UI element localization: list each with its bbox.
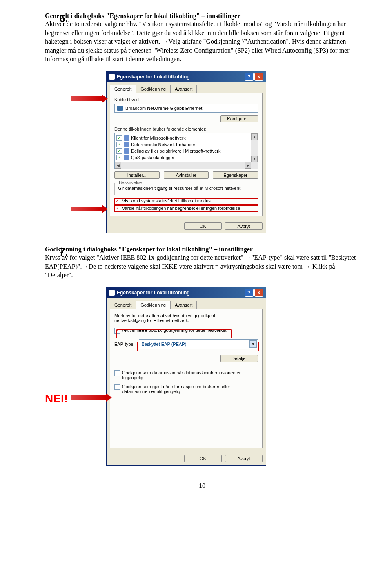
scrollbar-vertical[interactable]: ▲ ▼ <box>251 133 258 162</box>
arrow-icon <box>71 207 102 211</box>
titlebar: Egenskaper for Lokal tilkobling ? × <box>107 71 266 82</box>
close-button[interactable]: × <box>254 289 263 297</box>
tab-godkjenning[interactable]: Godkjenning <box>136 85 170 93</box>
elements-label: Denne tilkoblingen bruker følgende eleme… <box>114 127 258 131</box>
checkbox-icon[interactable]: ✓ <box>114 198 120 204</box>
screenshot-6: Egenskaper for Lokal tilkobling ? × Gene… <box>106 71 265 233</box>
page-number: 10 <box>45 482 359 489</box>
list-item[interactable]: ✓ Deterministic Network Enhancer <box>116 141 256 148</box>
nei-label: NEI! <box>45 392 68 405</box>
eap-type-value: Beskyttet EAP (PEAP) <box>142 342 187 347</box>
auth-as-computer-row[interactable]: ✓ Godkjenn som datamaskin når datamaskin… <box>114 370 258 380</box>
component-icon <box>124 148 129 154</box>
dialog-footer: OK Avbryt <box>107 451 266 465</box>
dialog-footer: OK Avbryt <box>107 219 266 233</box>
component-icon <box>124 155 129 160</box>
network-icon <box>109 290 115 296</box>
checkbox-icon[interactable]: ✓ <box>114 206 120 211</box>
step-number-6: 6. <box>59 12 68 25</box>
tab-panel-godkjenning: Merk av for dette alternativet hvis du v… <box>110 309 263 448</box>
checkbox-icon[interactable]: ✓ <box>114 370 120 376</box>
step-7-title: Godkjenning i dialogboks "Egenskaper for… <box>45 246 253 253</box>
intro-text: Merk av for dette alternativet hvis du v… <box>114 313 258 323</box>
description-legend: Beskrivelse <box>117 180 143 185</box>
scroll-up-icon[interactable]: ▲ <box>251 133 258 140</box>
close-button[interactable]: × <box>254 73 263 81</box>
enable-8021x-row[interactable]: ✓ Aktiver IEEE 802.1x-godkjenning for de… <box>114 328 258 334</box>
checkbox-icon[interactable]: ✓ <box>116 148 122 154</box>
help-button[interactable]: ? <box>245 73 254 81</box>
step-6-body: Aktiver de to nederste valgene hhv. "Vis… <box>45 20 350 62</box>
cancel-button[interactable]: Avbryt <box>225 222 263 230</box>
scroll-down-icon[interactable]: ▼ <box>251 156 258 162</box>
arrow-icon <box>71 395 106 400</box>
scroll-right-icon[interactable]: ▶ <box>245 162 251 169</box>
step-7-body: Kryss av for valget "Aktiver IEEE 802.1x… <box>45 254 356 278</box>
checkbox-icon[interactable]: ✓ <box>116 135 122 141</box>
help-button[interactable]: ? <box>245 289 254 297</box>
ok-button[interactable]: OK <box>184 455 222 462</box>
auth-as-guest-row[interactable]: ✓ Godkjenn som gjest når informasjon om … <box>114 384 258 394</box>
scrollbar-horizontal[interactable]: ◀ ▶ <box>115 162 258 169</box>
checkbox-icon[interactable]: ✓ <box>114 328 120 334</box>
network-icon <box>109 74 115 80</box>
adapter-field: Broadcom NetXtreme Gigabit Ethernet <box>114 104 258 113</box>
ok-button[interactable]: OK <box>184 222 222 230</box>
list-item[interactable]: ✓ QoS-pakkeplanlegger <box>116 154 256 161</box>
tabs: Generelt Godkjenning Avansert <box>107 298 266 309</box>
arrow-icon <box>71 96 102 101</box>
cancel-button[interactable]: Avbryt <box>225 455 263 462</box>
screenshot-7: NEI! Egenskaper for Lokal tilkobling ? × <box>106 287 265 466</box>
details-button[interactable]: Detaljer <box>220 355 258 362</box>
eap-type-dropdown[interactable]: Beskyttet EAP (PEAP) ▼ <box>139 339 258 349</box>
connect-using-label: Koble til ved <box>114 97 258 102</box>
eap-type-label: EAP-type: <box>114 342 135 347</box>
list-item-label: QoS-pakkeplanlegger <box>131 155 174 160</box>
tab-generelt[interactable]: Generelt <box>110 85 136 93</box>
show-icon-label: Vis ikon i systemstatusfeltet i tilkoble… <box>122 198 211 203</box>
tabs: Generelt Godkjenning Avansert <box>107 82 266 93</box>
step-number-7: 7. <box>59 246 68 258</box>
component-icon <box>124 135 129 141</box>
notify-limited-label: Varsle når tilkoblingen har begrenset el… <box>122 206 240 211</box>
tab-avansert[interactable]: Avansert <box>170 85 197 93</box>
enable-8021x-label: Aktiver IEEE 802.1x-godkjenning for dett… <box>122 328 227 333</box>
chevron-down-icon[interactable]: ▼ <box>249 340 257 348</box>
list-item[interactable]: ✓ Deling av filer og skrivere i Microsof… <box>116 148 256 154</box>
tab-panel-generelt: Koble til ved Broadcom NetXtreme Gigabit… <box>110 93 263 216</box>
description-text: Gir datamaskinen tilgang til ressurser p… <box>118 186 254 191</box>
list-item-label: Deling av filer og skrivere i Microsoft-… <box>131 149 220 153</box>
dialog-title: Egenskaper for Lokal tilkobling <box>117 74 190 80</box>
list-item-label: Klient for Microsoft-nettverk <box>131 136 186 140</box>
adapter-name: Broadcom NetXtreme Gigabit Ethernet <box>125 106 202 111</box>
dialog-properties-2: Egenskaper for Lokal tilkobling ? × Gene… <box>106 287 266 466</box>
scroll-left-icon[interactable]: ◀ <box>115 162 121 169</box>
step-7: 7. Godkjenning i dialogboks "Egenskaper … <box>45 246 359 466</box>
uninstall-button[interactable]: Avinstaller <box>164 171 209 179</box>
install-button[interactable]: Installer... <box>114 171 160 179</box>
step-6: 6. Generelt i dialogboks "Egenskaper for… <box>45 12 359 233</box>
list-item-label: Deterministic Network Enhancer <box>131 142 195 147</box>
configure-button[interactable]: Konfigurer... <box>220 115 258 122</box>
show-icon-row[interactable]: ✓ Vis ikon i systemstatusfeltet i tilkob… <box>114 198 258 204</box>
step-6-title: Generelt i dialogboks "Egenskaper for lo… <box>45 12 240 19</box>
auth-as-guest-label: Godkjenn som gjest når informasjon om br… <box>122 384 258 394</box>
tab-avansert[interactable]: Avansert <box>170 301 197 309</box>
dialog-properties-1: Egenskaper for Lokal tilkobling ? × Gene… <box>106 71 266 233</box>
component-icon <box>124 142 129 147</box>
tab-generelt[interactable]: Generelt <box>110 301 136 309</box>
notify-limited-row[interactable]: ✓ Varsle når tilkoblingen har begrenset … <box>114 206 258 211</box>
elements-list[interactable]: ✓ Klient for Microsoft-nettverk ✓ Determ… <box>114 133 258 169</box>
auth-as-computer-label: Godkjenn som datamaskin når datamaskinin… <box>122 370 258 380</box>
properties-button[interactable]: Egenskaper <box>213 171 258 179</box>
description-group: Beskrivelse Gir datamaskinen tilgang til… <box>114 183 258 195</box>
titlebar: Egenskaper for Lokal tilkobling ? × <box>107 287 266 298</box>
nic-icon <box>117 106 123 111</box>
checkbox-icon[interactable]: ✓ <box>116 155 122 160</box>
checkbox-icon[interactable]: ✓ <box>114 384 120 390</box>
tab-godkjenning[interactable]: Godkjenning <box>136 301 170 309</box>
checkbox-icon[interactable]: ✓ <box>116 142 122 147</box>
list-item[interactable]: ✓ Klient for Microsoft-nettverk <box>116 135 256 141</box>
dialog-title: Egenskaper for Lokal tilkobling <box>117 290 190 296</box>
